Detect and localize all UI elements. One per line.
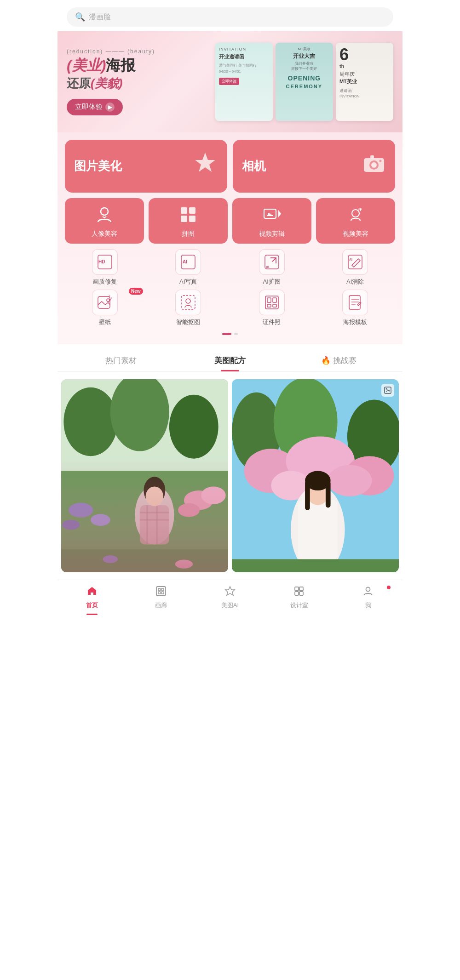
svg-point-57 xyxy=(144,477,165,504)
tab-hot-material[interactable]: 热门素材 xyxy=(67,352,176,371)
nav-home[interactable]: 首页 xyxy=(58,586,126,610)
svg-point-41 xyxy=(63,387,117,456)
poster-template-icon xyxy=(342,290,368,315)
ai-expand-label: AI扩图 xyxy=(263,278,281,286)
banner-subtitle: (reduction) ——— (beauty) xyxy=(67,48,215,55)
svg-rect-34 xyxy=(267,304,271,307)
poster-card-3[interactable]: 6 th 周年庆 MT美业 邀请函 INVITATION xyxy=(336,43,393,121)
wallpaper-icon xyxy=(92,290,118,315)
new-badge: New xyxy=(129,288,143,295)
poster-template-tool[interactable]: 海报模板 xyxy=(316,290,396,326)
content-card-1[interactable] xyxy=(61,379,228,572)
ai-portrait-icon: AI xyxy=(175,249,201,275)
svg-rect-80 xyxy=(156,587,166,596)
svg-rect-7 xyxy=(181,207,187,214)
nav-design-label: 设计室 xyxy=(290,601,308,610)
profile-notification-dot xyxy=(387,586,391,589)
meitu-ai-icon xyxy=(224,586,236,599)
smart-cutout-icon xyxy=(175,290,201,315)
svg-rect-86 xyxy=(295,587,299,591)
svg-rect-76 xyxy=(326,481,331,508)
video-beauty-icon xyxy=(346,205,365,226)
ai-erase-label: AI消除 xyxy=(346,278,364,286)
svg-point-58 xyxy=(146,486,163,506)
tab-challenge[interactable]: 🔥 挑战赛 xyxy=(284,352,393,371)
svg-rect-89 xyxy=(299,592,303,595)
camera-button[interactable]: 相机 xyxy=(233,140,395,193)
photo-beautify-label: 图片美化 xyxy=(74,158,122,174)
search-icon: 🔍 xyxy=(75,12,85,22)
video-beauty-label: 视频美容 xyxy=(343,230,368,238)
svg-rect-52 xyxy=(140,505,169,544)
poster-3-text: 6 th 周年庆 MT美业 邀请函 INVITATION xyxy=(336,43,393,103)
svg-rect-8 xyxy=(189,207,196,214)
banner-posters: INVITATION 开业邀请函 爱与美同行 美与您同行 04/20～04/31… xyxy=(215,43,393,121)
svg-rect-83 xyxy=(158,592,161,594)
portrait-beauty-tool[interactable]: 人像美容 xyxy=(65,198,144,244)
wallpaper-tool[interactable]: New 壁纸 xyxy=(65,290,145,326)
svg-rect-75 xyxy=(305,481,310,510)
profile-icon xyxy=(362,586,374,599)
ai-portrait-tool[interactable]: AI AI写真 xyxy=(149,249,229,286)
ai-erase-icon: AI xyxy=(342,249,368,275)
nav-profile-label: 我 xyxy=(365,601,371,610)
design-icon xyxy=(293,586,305,599)
svg-point-30 xyxy=(186,299,190,303)
portrait-beauty-icon xyxy=(95,205,114,226)
hd-restore-tool[interactable]: HD 画质修复 xyxy=(65,249,145,286)
poster-1-text: INVITATION 开业邀请函 爱与美同行 美与您同行 04/20～04/31… xyxy=(215,43,273,89)
hd-restore-label: 画质修复 xyxy=(93,278,117,286)
smart-cutout-tool[interactable]: 智能抠图 xyxy=(149,290,229,326)
banner-cta-label: 立即体验 xyxy=(75,103,103,111)
nav-gallery-label: 画廊 xyxy=(155,601,167,610)
portrait-beauty-label: 人像美容 xyxy=(92,230,117,238)
nav-home-label: 首页 xyxy=(86,601,98,610)
nav-profile[interactable]: 我 xyxy=(334,586,402,610)
banner-cta-button[interactable]: 立即体验 ▶ xyxy=(67,99,123,115)
svg-rect-88 xyxy=(295,592,299,595)
video-beauty-tool[interactable]: 视频美容 xyxy=(316,198,395,244)
home-icon xyxy=(86,586,98,599)
search-input-wrap[interactable]: 🔍 漫画脸 xyxy=(67,7,393,27)
ai-expand-tool[interactable]: AI AI扩图 xyxy=(232,249,312,286)
ai-erase-tool[interactable]: AI AI消除 xyxy=(316,249,396,286)
svg-point-60 xyxy=(103,555,118,563)
svg-point-48 xyxy=(184,490,213,510)
svg-rect-10 xyxy=(189,216,196,222)
svg-marker-12 xyxy=(278,210,281,217)
id-photo-tool[interactable]: 证件照 xyxy=(232,290,312,326)
photo-beautify-button[interactable]: 图片美化 xyxy=(65,140,227,193)
svg-rect-82 xyxy=(161,588,164,591)
video-edit-icon xyxy=(263,205,281,226)
collage-tool[interactable]: 拼图 xyxy=(149,198,228,244)
tab-meitu-recipe[interactable]: 美图配方 xyxy=(176,352,285,371)
svg-point-79 xyxy=(386,388,387,390)
ai-portrait-label: AI写真 xyxy=(179,278,197,286)
svg-point-16 xyxy=(360,208,362,210)
content-image-1 xyxy=(61,379,228,572)
nav-gallery[interactable]: 画廊 xyxy=(126,586,196,610)
wallpaper-label: 壁纸 xyxy=(99,318,111,326)
mini-tools-row1: HD 画质修复 AI AI写真 AI xyxy=(65,249,395,286)
poster-card-1[interactable]: INVITATION 开业邀请函 爱与美同行 美与您同行 04/20～04/31… xyxy=(215,43,273,121)
banner-cta-arrow-icon: ▶ xyxy=(105,103,115,112)
nav-design[interactable]: 设计室 xyxy=(264,586,334,610)
poster-template-label: 海报模板 xyxy=(343,318,367,326)
content-card-2[interactable] xyxy=(232,379,399,572)
nav-active-indicator xyxy=(86,614,98,615)
svg-point-5 xyxy=(380,160,382,162)
mini-tools-row2: New 壁纸 智能抠图 xyxy=(65,290,395,326)
content-grid xyxy=(58,379,402,572)
video-edit-tool[interactable]: 视频剪辑 xyxy=(232,198,311,244)
poster-2-text: MT美妆 开业大吉 我们开业啦迎接下一个美好 OPENING CEREMONY xyxy=(276,43,333,94)
poster-card-2[interactable]: MT美妆 开业大吉 我们开业啦迎接下一个美好 OPENING CEREMONY xyxy=(276,43,333,121)
nav-meitu-ai[interactable]: 美图AI xyxy=(196,586,264,610)
svg-rect-32 xyxy=(267,298,271,302)
svg-point-61 xyxy=(175,560,193,569)
svg-text:HD: HD xyxy=(98,259,105,264)
svg-point-6 xyxy=(101,208,108,215)
svg-point-70 xyxy=(328,465,372,496)
banner-left: (reduction) ——— (beauty) (美业)海报 还原(美貌) 立… xyxy=(67,48,215,115)
small-tools-row: 人像美容 拼图 xyxy=(65,198,395,244)
id-photo-label: 证件照 xyxy=(263,318,281,326)
